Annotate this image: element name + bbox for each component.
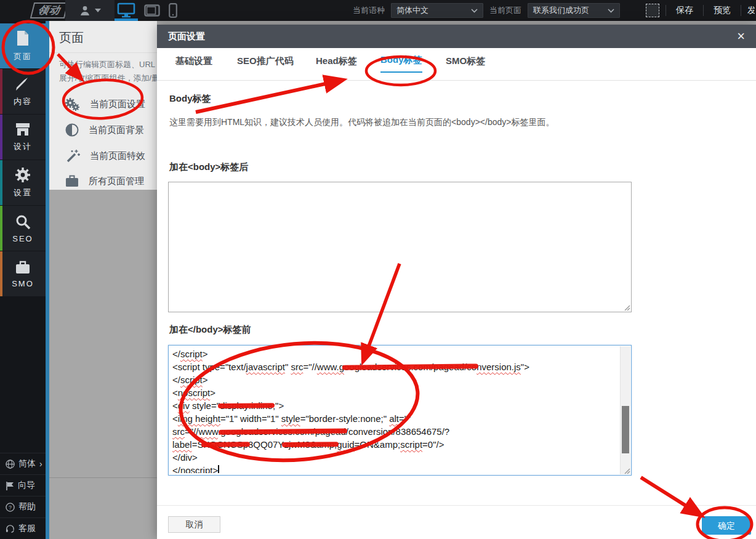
footer-item-label: 向导 <box>18 480 35 491</box>
footer-item-support[interactable]: 客服 <box>0 517 46 539</box>
sidebar-item-label: SMO <box>12 279 34 288</box>
sidebar-item-label: SEO <box>12 234 33 243</box>
contrast-icon <box>65 123 79 137</box>
tab-head-tag[interactable]: Head标签 <box>316 55 357 73</box>
dialog-title: 页面设置 <box>168 31 205 43</box>
briefcase-icon <box>65 175 79 187</box>
panel-menu: 当前页面设置 当前页面背景 当前页面特效 所有页面管理 <box>49 91 157 190</box>
storefront-icon <box>15 122 31 137</box>
flag-icon <box>6 481 14 490</box>
section-description: 这里需要用到HTML知识，建议技术人员使用。代码将被追加在当前页面的<body>… <box>157 105 756 128</box>
sidebar-item-label: 内容 <box>14 96 32 107</box>
sidebar-item-label: 设置 <box>14 187 32 198</box>
sidebar-item-settings[interactable]: 设置 <box>0 160 46 205</box>
desktop-device-icon[interactable] <box>117 2 135 18</box>
sidebar-item-seo[interactable]: SEO <box>0 206 46 251</box>
panel-description-line: 展开/收缩页面组件，添加/删除 <box>59 71 157 85</box>
cancel-button[interactable]: 取消 <box>168 516 220 533</box>
resize-grip-icon[interactable] <box>623 467 630 474</box>
chevron-down-icon <box>608 9 614 13</box>
footer-item-label: 简体 <box>18 458 36 469</box>
current-page-select[interactable]: 联系我们成功页 <box>528 3 620 18</box>
footer-item-label: 客服 <box>18 523 36 534</box>
menu-item-current-page-settings[interactable]: 当前页面设置 <box>49 91 157 117</box>
device-switcher <box>115 0 177 21</box>
tab-basic-settings[interactable]: 基础设置 <box>175 55 212 73</box>
sidebar-item-content[interactable]: 内容 <box>0 69 46 114</box>
tablet-device-icon[interactable] <box>144 4 160 17</box>
after-body-label: 加在<body>标签后 <box>157 161 248 173</box>
page-panel: 页面 可执行编辑页面标题、URL，更 展开/收缩页面组件，添加/删除 当前页面设… <box>49 21 157 190</box>
dialog-footer: 取消 确定 <box>157 505 756 539</box>
menu-item-label: 当前页面设置 <box>90 99 145 110</box>
sidebar-item-smo[interactable]: SMO <box>0 251 46 296</box>
current-page-select-value: 联系我们成功页 <box>533 5 589 16</box>
tab-body-tag[interactable]: Body标签 <box>380 54 422 73</box>
gears-icon <box>65 97 80 111</box>
resize-grip-icon[interactable] <box>623 304 630 311</box>
sidebar-item-label: 设计 <box>14 141 32 152</box>
footer-item-guide[interactable]: 向导 <box>0 474 46 496</box>
sidebar-accent-strip <box>46 21 49 539</box>
app-logo: 领动 <box>30 2 68 18</box>
sidebar-item-page[interactable]: 页面 <box>0 23 46 68</box>
gear-icon <box>15 167 31 183</box>
chevron-down-icon <box>95 9 101 12</box>
scrollbar-thumb[interactable] <box>622 406 629 453</box>
briefcase-icon <box>15 260 31 275</box>
before-body-end-textarea[interactable]: </script><script type="text/javascript" … <box>168 345 632 476</box>
mobile-device-icon[interactable] <box>169 3 177 18</box>
tab-smo-tag[interactable]: SMO标签 <box>446 55 485 73</box>
svg-text:?: ? <box>9 504 12 510</box>
menu-item-all-pages-management[interactable]: 所有页面管理 <box>49 169 157 190</box>
user-menu[interactable] <box>65 0 115 21</box>
menu-item-label: 所有页面管理 <box>89 176 144 187</box>
page-settings-dialog: 页面设置 × 基础设置 SEO推广代码 Head标签 Body标签 SMO标签 … <box>157 25 756 539</box>
canvas-divider <box>49 477 157 478</box>
footer-item-language[interactable]: 简体 › <box>0 453 46 474</box>
language-select-value: 简体中文 <box>396 5 428 16</box>
scrollbar[interactable] <box>620 346 630 474</box>
footer-item-help[interactable]: ? 帮助 <box>0 496 46 517</box>
panel-description: 可执行编辑页面标题、URL，更 展开/收缩页面组件，添加/删除 <box>49 53 157 85</box>
separator <box>703 5 704 16</box>
dialog-tabs: 基础设置 SEO推广代码 Head标签 Body标签 SMO标签 <box>157 48 756 81</box>
user-icon <box>79 4 91 17</box>
preview-button[interactable]: 预览 <box>710 5 734 16</box>
magic-wand-icon <box>65 149 80 163</box>
search-icon <box>15 214 31 230</box>
dialog-body: Body标签 这里需要用到HTML知识，建议技术人员使用。代码将被追加在当前页面… <box>157 81 756 128</box>
page-icon <box>15 30 31 47</box>
separator <box>666 5 666 16</box>
ok-button[interactable]: 确定 <box>702 516 751 535</box>
menu-item-label: 当前页面背景 <box>89 124 144 136</box>
save-button[interactable]: 保存 <box>672 5 697 16</box>
active-device-indicator <box>115 18 138 21</box>
sidebar-item-design[interactable]: 设计 <box>0 115 46 160</box>
sidebar: 页面 内容 设计 设置 SEO SMO 简体 › 向导 ? 帮助 <box>0 21 46 539</box>
section-heading: Body标签 <box>157 81 756 105</box>
before-body-end-label: 加在</body>标签前 <box>157 324 251 336</box>
after-body-textarea[interactable] <box>168 182 632 312</box>
footer-item-label: 帮助 <box>18 501 36 513</box>
language-select[interactable]: 简体中文 <box>391 3 483 18</box>
separator <box>741 5 741 16</box>
menu-item-current-page-effects[interactable]: 当前页面特效 <box>49 143 157 169</box>
headset-icon <box>6 524 15 533</box>
dialog-header: 页面设置 × <box>157 25 756 48</box>
menu-item-current-page-background[interactable]: 当前页面背景 <box>49 117 157 143</box>
tracking-code-content: </script><script type="text/javascript" … <box>172 347 617 473</box>
publish-button-clipped[interactable]: 发 <box>747 5 755 16</box>
sidebar-footer: 简体 › 向导 ? 帮助 客服 <box>0 453 46 539</box>
component-grid-icon[interactable] <box>646 4 659 17</box>
tab-seo-code[interactable]: SEO推广代码 <box>237 55 294 73</box>
pencil-icon <box>15 76 31 92</box>
current-page-label: 当前页面 <box>489 5 521 16</box>
sidebar-item-label: 页面 <box>14 51 32 62</box>
panel-title: 页面 <box>49 21 157 53</box>
question-icon: ? <box>6 503 15 512</box>
globe-icon <box>6 460 15 469</box>
close-icon[interactable]: × <box>737 30 745 43</box>
menu-item-label: 当前页面特效 <box>90 150 145 162</box>
top-bar: 领动 当前语种 简体中文 当前页面 联系我们成功页 保存 预览 发 <box>0 0 756 21</box>
